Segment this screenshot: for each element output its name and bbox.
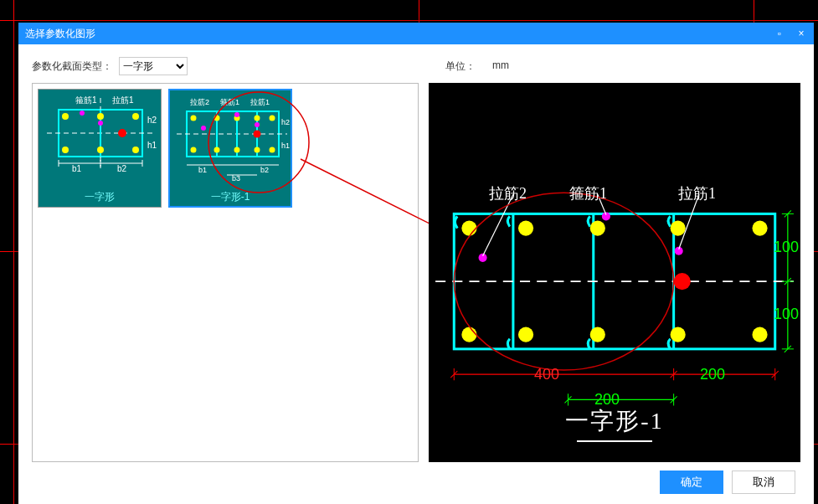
unit-block: 单位： mm — [445, 59, 509, 74]
dialog-select-parametric: 选择参数化图形 ▫ × 参数化截面类型： 一字形 单位： mm — [18, 23, 814, 504]
svg-text:h2: h2 — [147, 116, 157, 125]
svg-point-68 — [671, 327, 686, 342]
svg-point-6 — [132, 113, 139, 120]
svg-text:b1: b1 — [72, 164, 82, 173]
svg-point-70 — [674, 273, 691, 290]
svg-text:b1: b1 — [198, 166, 207, 174]
svg-point-69 — [752, 327, 767, 342]
svg-point-33 — [191, 147, 197, 152]
svg-point-32 — [270, 115, 275, 121]
svg-point-60 — [461, 220, 476, 235]
button-row: 确定 取消 — [32, 467, 800, 497]
close-button[interactable]: × — [795, 28, 807, 39]
svg-text:b2: b2 — [117, 164, 127, 173]
form-row: 参数化截面类型： 一字形 单位： mm — [32, 54, 800, 78]
thumb-yizixing-1[interactable]: 拉筋2 箍筋1 拉筋1 b1 b3 b2 h2 h1 一字形-1 — [168, 89, 292, 208]
svg-point-29 — [214, 115, 220, 121]
svg-point-67 — [590, 327, 605, 342]
svg-text:拉筋1: 拉筋1 — [250, 98, 270, 106]
svg-point-12 — [80, 111, 85, 116]
svg-point-10 — [118, 129, 126, 137]
dim-b1: 400 — [534, 366, 559, 383]
dialog-body: 参数化截面类型： 一字形 单位： mm — [18, 44, 814, 504]
ok-button[interactable]: 确定 — [660, 471, 723, 494]
svg-point-11 — [98, 121, 103, 126]
svg-point-71 — [479, 254, 487, 262]
svg-point-66 — [518, 327, 533, 342]
thumb-yizixing[interactable]: 箍筋1 拉筋1 b1 b2 h2 h1 一字形 — [38, 89, 162, 208]
thumb-caption: 一字形-1 — [211, 190, 250, 211]
svg-point-41 — [255, 122, 260, 127]
svg-point-37 — [270, 147, 275, 152]
thumb-caption: 一字形 — [85, 190, 115, 211]
preview-title: 一字形-1 — [565, 405, 663, 437]
content-row: 箍筋1 拉筋1 b1 b2 h2 h1 一字形 — [32, 83, 800, 462]
window-controls: ▫ × — [774, 28, 807, 39]
svg-point-38 — [254, 130, 261, 137]
svg-point-7 — [62, 147, 69, 153]
titlebar[interactable]: 选择参数化图形 ▫ × — [18, 23, 814, 44]
unit-label: 单位： — [445, 59, 476, 74]
svg-text:箍筋1: 箍筋1 — [220, 98, 239, 106]
svg-point-31 — [255, 115, 260, 121]
svg-text:箍筋1: 箍筋1 — [75, 95, 97, 105]
thumb-mini-2: 拉筋2 箍筋1 拉筋1 b1 b3 b2 h2 h1 — [170, 86, 291, 190]
svg-point-8 — [97, 147, 104, 153]
thumb-mini-1: 箍筋1 拉筋1 b1 b2 h2 h1 — [39, 86, 161, 190]
section-type-label: 参数化截面类型： — [32, 59, 112, 74]
svg-point-64 — [752, 220, 767, 235]
minimize-button[interactable]: ▫ — [774, 28, 785, 39]
svg-text:b2: b2 — [260, 166, 269, 174]
dialog-title: 选择参数化图形 — [25, 27, 95, 41]
cancel-button[interactable]: 取消 — [732, 471, 795, 494]
label-tie1: 拉筋1 — [678, 183, 716, 203]
label-stirrup: 箍筋1 — [569, 183, 607, 203]
thumbnail-panel: 箍筋1 拉筋1 b1 b2 h2 h1 一字形 — [32, 83, 419, 462]
preview-title-underline — [577, 440, 652, 442]
svg-point-65 — [461, 327, 476, 342]
preview-panel[interactable]: 拉筋2 箍筋1 拉筋1 100 100 400 200 200 一字形-1 — [429, 83, 800, 462]
svg-text:h1: h1 — [281, 141, 290, 150]
label-tie2: 拉筋2 — [489, 183, 527, 203]
svg-point-34 — [214, 147, 220, 152]
svg-point-63 — [671, 220, 686, 235]
svg-point-61 — [518, 220, 533, 235]
svg-text:h2: h2 — [281, 118, 290, 126]
svg-point-36 — [255, 147, 260, 152]
svg-point-5 — [97, 113, 104, 120]
svg-point-4 — [62, 113, 69, 120]
svg-point-9 — [132, 147, 139, 153]
unit-value: mm — [492, 59, 509, 74]
svg-point-40 — [234, 112, 239, 117]
svg-point-28 — [191, 115, 197, 121]
section-type-select[interactable]: 一字形 — [119, 57, 188, 75]
svg-text:h1: h1 — [147, 141, 157, 150]
svg-point-39 — [201, 126, 206, 131]
svg-text:拉筋2: 拉筋2 — [190, 98, 209, 106]
svg-point-35 — [234, 147, 240, 152]
svg-text:拉筋1: 拉筋1 — [112, 95, 134, 105]
dim-b2: 200 — [700, 366, 725, 383]
dim-h2: 100 — [774, 306, 799, 323]
dim-h1: 100 — [774, 239, 799, 256]
svg-point-62 — [590, 220, 605, 235]
